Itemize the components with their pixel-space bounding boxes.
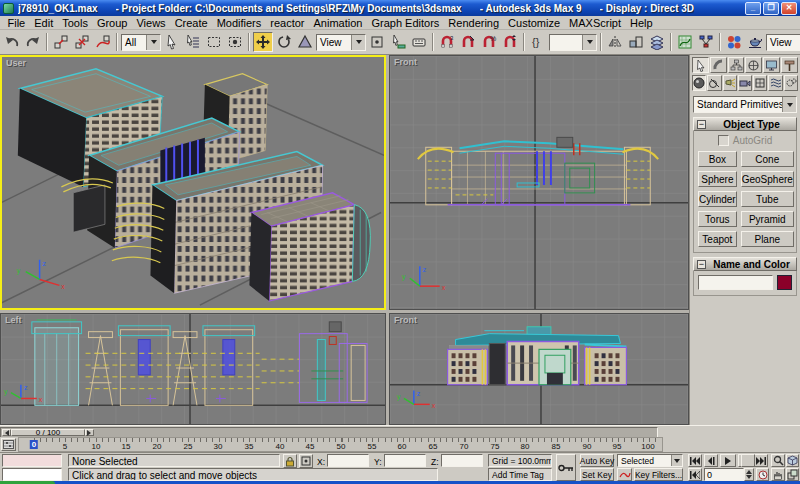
use-pivot-center-button[interactable] bbox=[367, 32, 387, 52]
ref-coord-dropdown[interactable]: View bbox=[316, 34, 366, 51]
menu-reactor[interactable]: reactor bbox=[266, 17, 309, 29]
minimize-button[interactable]: _ bbox=[745, 2, 761, 15]
named-sets-button[interactable]: {} bbox=[528, 32, 548, 52]
select-by-name-button[interactable] bbox=[183, 32, 203, 52]
pyramid-button[interactable]: Pyramid bbox=[741, 211, 794, 227]
select-move-button[interactable] bbox=[253, 32, 273, 52]
cat-systems[interactable] bbox=[784, 75, 798, 91]
collapse-icon[interactable]: − bbox=[697, 120, 706, 129]
menu-group[interactable]: Group bbox=[92, 17, 132, 29]
listener-line[interactable] bbox=[2, 468, 62, 481]
mirror-button[interactable] bbox=[605, 32, 625, 52]
set-keys-button[interactable] bbox=[556, 454, 576, 481]
tab-hierarchy[interactable] bbox=[728, 57, 745, 73]
viewport-front-top[interactable]: Front bbox=[389, 55, 689, 310]
object-type-header[interactable]: − Object Type bbox=[693, 117, 797, 131]
torus-button[interactable]: Torus bbox=[698, 211, 737, 227]
menu-views[interactable]: Views bbox=[132, 17, 170, 29]
select-scale-button[interactable] bbox=[295, 32, 315, 52]
viewport-front-bottom-label[interactable]: Front bbox=[394, 315, 417, 325]
menu-customize[interactable]: Customize bbox=[504, 17, 565, 29]
key-filters-button[interactable]: Key Filters... bbox=[634, 468, 683, 481]
ref-coord-caret[interactable] bbox=[351, 35, 365, 50]
object-name-input[interactable] bbox=[698, 275, 773, 290]
material-editor-button[interactable] bbox=[724, 32, 744, 52]
restore-button[interactable]: ❐ bbox=[763, 2, 779, 15]
select-object-button[interactable] bbox=[162, 32, 182, 52]
abs-offset-toggle-button[interactable] bbox=[299, 454, 313, 468]
key-curve-button[interactable] bbox=[617, 468, 632, 481]
frame-spinner[interactable] bbox=[744, 468, 754, 481]
pan-button[interactable] bbox=[771, 468, 785, 481]
render-setup-button[interactable] bbox=[745, 32, 765, 52]
tab-utilities[interactable] bbox=[781, 57, 798, 73]
menu-graph-editors[interactable]: Graph Editors bbox=[367, 17, 444, 29]
viewport-front-top-label[interactable]: Front bbox=[394, 57, 417, 67]
selection-filter-caret[interactable] bbox=[146, 35, 160, 50]
angle-snap-button[interactable] bbox=[458, 32, 478, 52]
set-key-button[interactable]: Set Key bbox=[580, 468, 614, 481]
teapot-button[interactable]: Teapot bbox=[698, 231, 737, 247]
geosphere-button[interactable]: GeoSphere bbox=[741, 171, 794, 187]
spinner-snap-button[interactable] bbox=[500, 32, 520, 52]
mini-curve-editor-button[interactable] bbox=[1, 438, 16, 451]
primitive-category-caret[interactable] bbox=[782, 97, 796, 112]
tab-motion[interactable] bbox=[745, 57, 762, 73]
menu-help[interactable]: Help bbox=[626, 17, 658, 29]
next-frame-arrow[interactable] bbox=[85, 429, 94, 436]
schematic-view-button[interactable] bbox=[696, 32, 716, 52]
zoom-button[interactable] bbox=[771, 454, 785, 467]
track-bar-ruler[interactable]: 0 5 10 15 20 25 30 35 40 45 50 55 60 65 … bbox=[18, 437, 663, 452]
menu-tools[interactable]: Tools bbox=[58, 17, 93, 29]
prev-frame-arrow[interactable] bbox=[2, 429, 11, 436]
selection-filter-dropdown[interactable]: All bbox=[121, 34, 161, 51]
close-button[interactable]: ✕ bbox=[781, 2, 797, 15]
sphere-button[interactable]: Sphere bbox=[698, 171, 737, 187]
named-sets-caret[interactable] bbox=[582, 35, 596, 50]
menu-create[interactable]: Create bbox=[170, 17, 212, 29]
min-max-toggle-button[interactable] bbox=[786, 468, 799, 481]
cat-shapes[interactable] bbox=[707, 75, 721, 91]
named-sets-dropdown[interactable] bbox=[549, 34, 597, 51]
layer-manager-button[interactable] bbox=[647, 32, 667, 52]
cat-spacewarps[interactable] bbox=[768, 75, 782, 91]
macro-recorder-line[interactable] bbox=[2, 454, 62, 467]
select-manipulate-button[interactable] bbox=[388, 32, 408, 52]
collapse-icon[interactable]: − bbox=[697, 260, 706, 269]
prev-frame-button[interactable] bbox=[704, 454, 718, 467]
menu-animation[interactable]: Animation bbox=[309, 17, 367, 29]
viewport-user[interactable]: User bbox=[0, 55, 386, 310]
select-link-button[interactable] bbox=[51, 32, 71, 52]
goto-end-button[interactable] bbox=[754, 454, 768, 467]
tab-display[interactable] bbox=[763, 57, 780, 73]
render-type-dropdown[interactable]: View bbox=[766, 34, 800, 51]
time-config-button[interactable] bbox=[756, 468, 769, 481]
cylinder-button[interactable]: Cylinder bbox=[698, 191, 737, 207]
time-slider-handle[interactable]: 0 / 100 bbox=[2, 429, 94, 436]
viewport-left-label[interactable]: Left bbox=[5, 315, 22, 325]
play-button[interactable] bbox=[720, 454, 736, 467]
zoom-all-button[interactable] bbox=[741, 454, 755, 467]
align-button[interactable] bbox=[626, 32, 646, 52]
tube-button[interactable]: Tube bbox=[741, 191, 794, 207]
plane-button[interactable]: Plane bbox=[741, 231, 794, 247]
object-color-swatch[interactable] bbox=[777, 275, 792, 290]
curve-editor-button[interactable] bbox=[675, 32, 695, 52]
cat-cameras[interactable] bbox=[738, 75, 752, 91]
tab-create[interactable] bbox=[692, 57, 709, 73]
menu-modifiers[interactable]: Modifiers bbox=[212, 17, 266, 29]
snaps-toggle-button[interactable]: 3 bbox=[437, 32, 457, 52]
time-slider-value[interactable]: 0 / 100 bbox=[11, 429, 85, 436]
cat-geometry[interactable] bbox=[692, 75, 706, 91]
percent-snap-button[interactable]: % bbox=[479, 32, 499, 52]
menu-edit[interactable]: Edit bbox=[30, 17, 58, 29]
cone-button[interactable]: Cone bbox=[741, 151, 794, 167]
key-mode-toggle-button[interactable] bbox=[688, 468, 702, 481]
viewport-left[interactable]: Left bbox=[0, 313, 386, 425]
rect-selection-region-button[interactable] bbox=[204, 32, 224, 52]
undo-button[interactable] bbox=[2, 32, 22, 52]
name-color-header[interactable]: − Name and Color bbox=[693, 257, 797, 271]
bind-spacewarp-button[interactable] bbox=[93, 32, 113, 52]
menu-maxscript[interactable]: MAXScript bbox=[565, 17, 626, 29]
redo-button[interactable] bbox=[23, 32, 43, 52]
